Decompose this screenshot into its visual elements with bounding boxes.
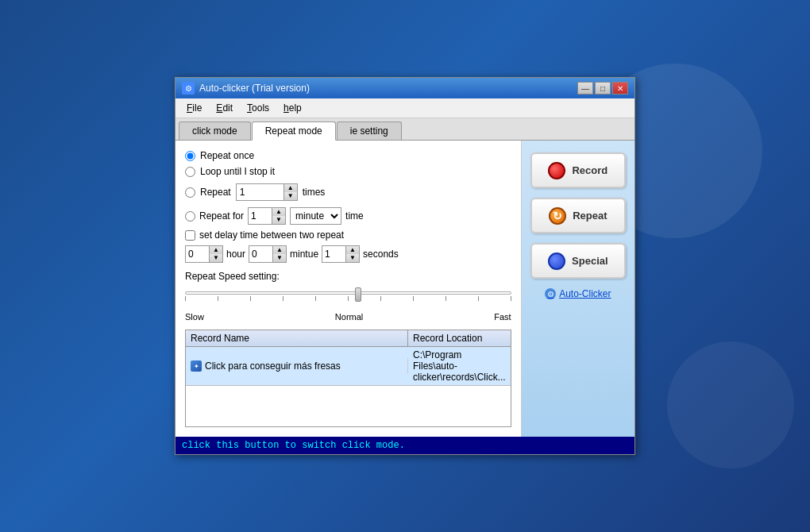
delay-hour-up[interactable]: ▲ xyxy=(210,246,222,254)
delay-checkbox-row: set delay time between two repeat xyxy=(185,229,511,241)
col-record-location: Record Location xyxy=(408,330,511,346)
special-button[interactable]: Special xyxy=(530,243,626,279)
gear-icon: ⚙ xyxy=(545,288,556,299)
record-name-cell: Click para conseguir más fresas xyxy=(186,358,408,374)
delay-sec-up[interactable]: ▲ xyxy=(346,246,359,254)
speed-thumb[interactable] xyxy=(355,287,361,302)
repeat-times-down[interactable]: ▼ xyxy=(284,192,297,200)
record-row-icon xyxy=(191,360,202,372)
minimize-button[interactable]: — xyxy=(577,82,593,94)
repeat-for-down[interactable]: ▼ xyxy=(272,216,285,224)
status-bar: click this button to switch click mode. xyxy=(176,437,634,454)
loop-label: Loop until I stop it xyxy=(200,166,275,177)
table-body: Click para conseguir más fresas C:\Progr… xyxy=(186,347,511,426)
delay-min-input[interactable] xyxy=(249,245,272,263)
menu-bar: File Edit Tools help xyxy=(176,98,634,118)
app-icon: ⚙ xyxy=(182,82,195,94)
delay-inputs-row: ▲ ▼ hour ▲ ▼ mintue ▲ xyxy=(185,245,511,263)
speed-slow: Slow xyxy=(185,312,204,322)
menu-help[interactable]: help xyxy=(277,101,308,115)
delay-hour-input[interactable] xyxy=(185,245,209,263)
tab-ie-setting[interactable]: ie setting xyxy=(337,121,402,140)
speed-label: Repeat Speed setting: xyxy=(185,271,511,282)
right-panel: Record ↻ Repeat Special ⚙ Auto-Clicker xyxy=(521,141,634,437)
menu-file[interactable]: File xyxy=(180,101,208,115)
delay-sec-spinbox: ▲ ▼ xyxy=(322,245,360,263)
title-bar-buttons: — □ ✕ xyxy=(577,82,628,94)
close-button[interactable]: ✕ xyxy=(612,82,628,94)
repeat-for-spinbox: ▲ ▼ xyxy=(248,207,286,225)
speed-section: Repeat Speed setting: xyxy=(185,271,511,322)
status-text: click this button to switch click mode. xyxy=(182,440,405,451)
main-window: ⚙ Auto-clicker (Trial version) — □ ✕ Fil… xyxy=(175,77,635,455)
record-icon xyxy=(548,162,565,179)
repeat-icon: ↻ xyxy=(549,207,566,225)
repeat-once-label: Repeat once xyxy=(200,150,254,161)
repeat-times-input[interactable] xyxy=(236,183,284,201)
speed-track xyxy=(185,291,511,295)
radio-loop[interactable]: Loop until I stop it xyxy=(185,166,511,177)
repeat-times-spin-buttons: ▲ ▼ xyxy=(284,183,298,201)
delay-sec-input[interactable] xyxy=(322,245,345,263)
repeat-times-spinbox: ▲ ▼ xyxy=(236,183,298,201)
left-panel: Repeat once Loop until I stop it Repeat … xyxy=(176,141,521,437)
speed-fast: Fast xyxy=(494,312,511,322)
autoclicker-label: Auto-Clicker xyxy=(559,288,611,299)
delay-hour-spinbox: ▲ ▼ xyxy=(185,245,223,263)
table-row[interactable]: Click para conseguir más fresas C:\Progr… xyxy=(186,347,511,386)
repeat-times-up[interactable]: ▲ xyxy=(284,184,297,192)
delay-checkbox[interactable] xyxy=(185,230,195,241)
delay-checkbox-label: set delay time between two repeat xyxy=(199,229,344,241)
window-title: Auto-clicker (Trial version) xyxy=(199,83,573,94)
col-record-name: Record Name xyxy=(186,330,408,346)
autoclicker-link[interactable]: ⚙ Auto-Clicker xyxy=(545,288,611,299)
radio-repeat-once[interactable]: Repeat once xyxy=(185,150,511,161)
speed-slider-container xyxy=(185,285,511,309)
repeat-for-spin-buttons: ▲ ▼ xyxy=(272,207,286,225)
record-location-cell: C:\Program Files\auto-clicker\records\Cl… xyxy=(408,347,511,385)
special-label: Special xyxy=(572,255,608,267)
menu-edit[interactable]: Edit xyxy=(210,101,239,115)
repeat-times-row: Repeat ▲ ▼ times xyxy=(185,183,511,201)
delay-min-down[interactable]: ▼ xyxy=(273,254,286,262)
speed-normal: Normal xyxy=(335,312,363,322)
repeat-for-label: Repeat for xyxy=(199,210,244,222)
delay-min-label: mintue xyxy=(290,249,318,260)
content-area: Repeat once Loop until I stop it Repeat … xyxy=(176,141,634,437)
delay-min-up[interactable]: ▲ xyxy=(273,246,286,254)
repeat-label: Repeat xyxy=(200,187,231,198)
speed-labels: Slow Normal Fast xyxy=(185,312,511,322)
delay-sec-label: seconds xyxy=(363,249,399,260)
repeat-label: Repeat xyxy=(573,210,607,222)
record-label: Record xyxy=(572,164,608,176)
speed-ticks xyxy=(185,296,511,301)
special-icon xyxy=(548,253,565,270)
menu-tools[interactable]: Tools xyxy=(241,101,276,115)
repeat-unit-select[interactable]: minute hour second xyxy=(290,207,341,225)
repeat-for-up[interactable]: ▲ xyxy=(272,208,285,216)
repeat-for-row: Repeat for ▲ ▼ minute hour second time xyxy=(185,207,511,225)
delay-sec-down[interactable]: ▼ xyxy=(346,254,359,262)
title-bar: ⚙ Auto-clicker (Trial version) — □ ✕ xyxy=(176,78,634,98)
tab-bar: click mode Repeat mode ie setting xyxy=(176,118,634,141)
delay-hour-down[interactable]: ▼ xyxy=(210,254,222,262)
record-button[interactable]: Record xyxy=(530,152,626,188)
times-label: times xyxy=(303,187,326,198)
repeat-button[interactable]: ↻ Repeat xyxy=(530,198,626,233)
table-header: Record Name Record Location xyxy=(186,330,511,347)
time-label: time xyxy=(345,210,364,222)
repeat-for-input[interactable] xyxy=(248,207,272,225)
tab-repeat-mode[interactable]: Repeat mode xyxy=(252,121,336,141)
delay-min-spinbox: ▲ ▼ xyxy=(249,245,287,263)
records-table: Record Name Record Location Click para c… xyxy=(185,330,511,427)
delay-hour-label: hour xyxy=(226,249,245,260)
tab-click-mode[interactable]: click mode xyxy=(179,121,251,140)
maximize-button[interactable]: □ xyxy=(595,82,611,94)
